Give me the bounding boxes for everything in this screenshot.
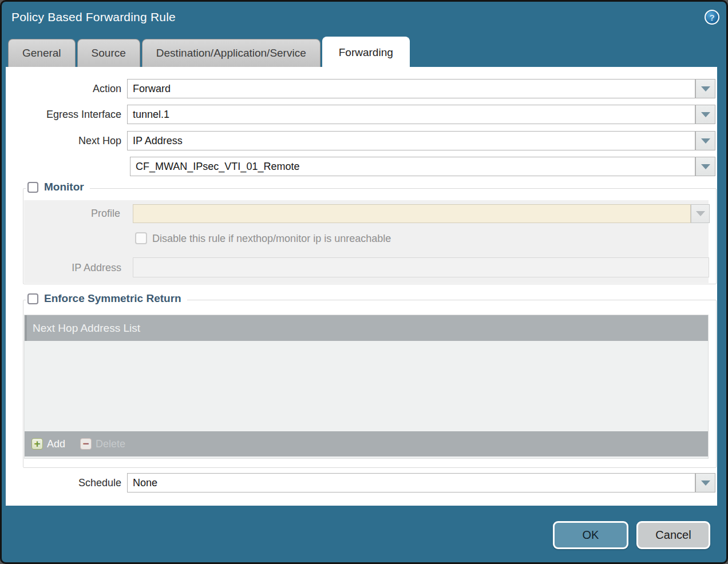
next-hop-address-list-table: Next Hop Address List + Add − Delete bbox=[24, 315, 709, 459]
egress-interface-value: tunnel.1 bbox=[133, 109, 169, 121]
action-select[interactable]: Forward bbox=[127, 79, 695, 98]
chevron-down-icon bbox=[696, 211, 705, 216]
minus-icon: − bbox=[80, 438, 92, 450]
schedule-select[interactable]: None bbox=[127, 473, 695, 492]
schedule-dropdown-button[interactable] bbox=[695, 473, 715, 492]
dialog-title: Policy Based Forwarding Rule bbox=[11, 10, 176, 24]
next-hop-address-list-header: Next Hop Address List bbox=[25, 315, 708, 341]
chevron-down-icon bbox=[701, 138, 710, 144]
enforce-symmetric-return-checkbox[interactable] bbox=[27, 293, 38, 304]
action-label: Action bbox=[7, 79, 121, 98]
next-hop-address-list-body bbox=[25, 341, 708, 431]
next-hop-address-select[interactable]: CF_MWAN_IPsec_VTI_01_Remote bbox=[130, 157, 695, 176]
tab-destination-application-service[interactable]: Destination/Application/Service bbox=[142, 39, 321, 67]
schedule-value: None bbox=[133, 477, 157, 489]
chevron-down-icon bbox=[701, 480, 710, 486]
egress-interface-label: Egress Interface bbox=[7, 105, 121, 124]
enforce-symmetric-return-title: Enforce Symmetric Return bbox=[44, 292, 181, 305]
tab-general[interactable]: General bbox=[8, 39, 76, 67]
tab-label: Forwarding bbox=[339, 46, 393, 59]
egress-interface-select[interactable]: tunnel.1 bbox=[127, 105, 695, 124]
tab-forwarding[interactable]: Forwarding bbox=[322, 37, 410, 67]
delete-button-label: Delete bbox=[96, 438, 125, 450]
profile-label: Profile bbox=[24, 204, 120, 223]
ok-button-label: OK bbox=[583, 529, 599, 542]
tab-label: Source bbox=[92, 47, 126, 59]
next-hop-address-dropdown-button[interactable] bbox=[695, 157, 715, 176]
action-dropdown-button[interactable] bbox=[695, 79, 715, 98]
screen: Policy Based Forwarding Rule ? General S… bbox=[0, 0, 728, 564]
disable-rule-checkbox bbox=[135, 232, 147, 244]
monitor-legend: Monitor bbox=[26, 181, 90, 193]
next-hop-type-dropdown-button[interactable] bbox=[695, 131, 715, 150]
egress-interface-dropdown-button[interactable] bbox=[695, 105, 715, 124]
next-hop-type-select[interactable]: IP Address bbox=[127, 131, 695, 150]
profile-select bbox=[133, 204, 691, 223]
delete-button: − Delete bbox=[80, 438, 125, 450]
chevron-down-icon bbox=[701, 164, 710, 169]
action-value: Forward bbox=[133, 83, 171, 95]
cancel-button[interactable]: Cancel bbox=[636, 521, 710, 549]
next-hop-type-value: IP Address bbox=[133, 135, 183, 147]
add-button-label: Add bbox=[47, 438, 65, 450]
cancel-button-label: Cancel bbox=[655, 529, 691, 542]
next-hop-address-value: CF_MWAN_IPsec_VTI_01_Remote bbox=[136, 161, 299, 173]
tab-bar: General Source Destination/Application/S… bbox=[8, 38, 410, 67]
monitor-checkbox[interactable] bbox=[27, 182, 38, 193]
monitor-title: Monitor bbox=[44, 181, 84, 193]
help-glyph: ? bbox=[709, 13, 714, 22]
pbf-rule-dialog: Policy Based Forwarding Rule ? General S… bbox=[0, 0, 728, 564]
plus-icon: + bbox=[31, 438, 43, 450]
next-hop-address-list-header-label: Next Hop Address List bbox=[33, 322, 140, 335]
enforce-symmetric-return-legend: Enforce Symmetric Return bbox=[26, 292, 187, 305]
chevron-down-icon bbox=[701, 112, 710, 117]
ok-button[interactable]: OK bbox=[553, 521, 628, 549]
chevron-down-icon bbox=[701, 86, 710, 92]
profile-dropdown-button bbox=[691, 204, 710, 223]
tab-label: General bbox=[22, 47, 61, 59]
monitor-panel: Profile Disable this rule if nexthop/mon… bbox=[24, 200, 709, 283]
forwarding-tab-panel: Action Forward Egress Interface tunnel.1… bbox=[6, 67, 717, 506]
tab-source[interactable]: Source bbox=[77, 39, 140, 67]
monitor-ip-address-input bbox=[133, 257, 709, 277]
disable-rule-label: Disable this rule if nexthop/monitor ip … bbox=[152, 232, 391, 245]
next-hop-label: Next Hop bbox=[7, 131, 121, 150]
help-icon[interactable]: ? bbox=[705, 10, 719, 25]
schedule-label: Schedule bbox=[7, 473, 121, 492]
next-hop-address-list-toolbar: + Add − Delete bbox=[25, 431, 708, 456]
monitor-section: Monitor Profile Disable this rule if nex… bbox=[23, 188, 717, 284]
tab-label: Destination/Application/Service bbox=[156, 47, 306, 59]
monitor-ip-address-label: IP Address bbox=[24, 258, 121, 277]
add-button[interactable]: + Add bbox=[31, 438, 65, 450]
enforce-symmetric-return-section: Enforce Symmetric Return Next Hop Addres… bbox=[23, 300, 717, 468]
